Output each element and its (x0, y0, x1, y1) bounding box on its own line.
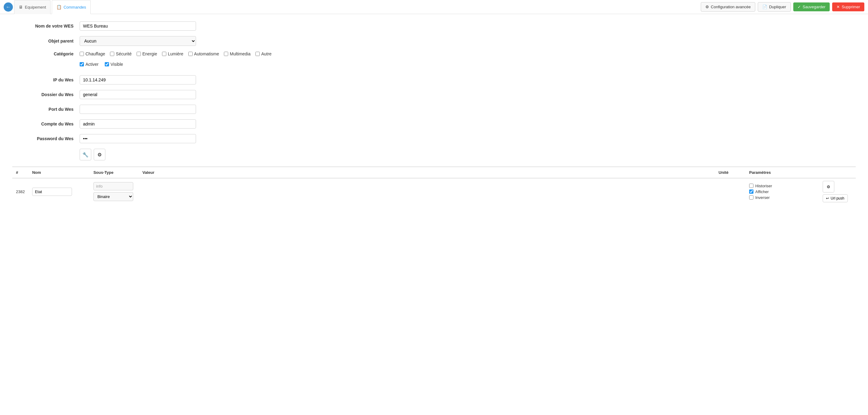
activer-label[interactable]: Activer (80, 62, 99, 67)
objet-parent-select[interactable]: Aucun (80, 36, 196, 46)
visible-label[interactable]: Visible (105, 62, 123, 67)
url-push-button[interactable]: ↩ Url push (823, 194, 848, 202)
param-afficher[interactable]: Afficher (749, 189, 815, 194)
soustype-select[interactable]: Binaire (93, 192, 133, 201)
th-nom: Nom (29, 167, 90, 178)
main-content: Nom de votre WES Objet parent Aucun Caté… (0, 14, 868, 212)
afficher-checkbox[interactable] (749, 189, 753, 194)
cat-autre-checkbox[interactable] (255, 52, 260, 56)
row-id: 2382 (12, 178, 29, 205)
nom-wes-input[interactable] (80, 22, 196, 31)
inverser-checkbox[interactable] (749, 195, 753, 200)
supprimer-button[interactable]: ✕ Supprimer (832, 2, 864, 11)
config-avancee-button[interactable]: ⚙ Configuration avancée (701, 2, 755, 12)
dossier-wes-input[interactable] (80, 90, 196, 99)
ip-wes-row: IP du Wes (12, 75, 856, 84)
back-button[interactable]: ← (4, 2, 13, 12)
sauvegarder-label: Sauvegarder (803, 5, 826, 9)
cat-automatisme[interactable]: Automatisme (188, 51, 219, 56)
dossier-wes-row: Dossier du Wes (12, 90, 856, 99)
wrench-button[interactable]: 🔧 (80, 149, 91, 160)
param-inverser[interactable]: Inverser (749, 195, 815, 200)
nom-wes-label: Nom de votre WES (12, 24, 80, 29)
url-push-icon: ↩ (826, 196, 829, 201)
th-soustype: Sous-Type (90, 167, 139, 178)
sauvegarder-button[interactable]: ✓ Sauvegarder (793, 2, 830, 11)
port-wes-label: Port du Wes (12, 107, 80, 112)
th-unite: Unité (715, 167, 745, 178)
row-valeur (139, 178, 715, 205)
cat-energie-label: Energie (143, 51, 157, 56)
ip-wes-label: IP du Wes (12, 77, 80, 82)
dossier-wes-label: Dossier du Wes (12, 92, 80, 97)
cat-autre[interactable]: Autre (255, 51, 271, 56)
nav-actions: ⚙ Configuration avancée 📄 Dupliquer ✓ Sa… (701, 2, 864, 12)
th-hash: # (12, 167, 29, 178)
cat-multimedia-label: Multimedia (230, 51, 251, 56)
objet-parent-row: Objet parent Aucun (12, 36, 856, 46)
row-nom-input[interactable] (32, 187, 72, 196)
tab-equipement[interactable]: 🖥 Equipement (14, 0, 51, 14)
param-historiser[interactable]: Historiser (749, 184, 815, 188)
categorie-label: Catégorie (12, 51, 80, 56)
cat-chauffage-checkbox[interactable] (80, 52, 84, 56)
dupliquer-button[interactable]: 📄 Dupliquer (758, 2, 791, 12)
password-wes-row: Password du Wes (12, 134, 856, 143)
row-params: Historiser Afficher Inverser (745, 178, 819, 205)
commandes-icon: 📋 (56, 5, 62, 9)
commands-table: # Nom Sous-Type Valeur Unité Paramètres … (12, 167, 856, 205)
supprimer-label: Supprimer (842, 5, 860, 9)
cat-chauffage-label: Chauffage (86, 51, 105, 56)
cat-automatisme-label: Automatisme (194, 51, 219, 56)
top-nav: ← 🖥 Equipement 📋 Commandes ⚙ Configurati… (0, 0, 868, 14)
cat-lumiere-label: Lumière (168, 51, 183, 56)
equipement-icon: 🖥 (19, 5, 23, 9)
th-valeur: Valeur (139, 167, 715, 178)
active-visible-row: Activer Visible (12, 62, 856, 67)
check-icon: ✓ (798, 5, 801, 9)
categorie-row: Catégorie Chauffage Sécurité Energie Lum… (12, 51, 856, 56)
cat-securite-checkbox[interactable] (110, 52, 114, 56)
cat-multimedia-checkbox[interactable] (224, 52, 228, 56)
cat-chauffage[interactable]: Chauffage (80, 51, 105, 56)
row-actions: ⚙ ↩ Url push (819, 178, 856, 205)
url-push-label: Url push (831, 196, 844, 201)
cat-automatisme-checkbox[interactable] (188, 52, 193, 56)
config-avancee-label: Configuration avancée (711, 5, 751, 9)
tab-commandes-label: Commandes (63, 5, 86, 9)
action-buttons-row: 🔧 ⚙ (12, 149, 856, 160)
gear-settings-button[interactable]: ⚙ (94, 149, 105, 160)
cat-energie-checkbox[interactable] (136, 52, 141, 56)
row-soustype: Binaire (90, 178, 139, 205)
category-options: Chauffage Sécurité Energie Lumière Autom… (80, 51, 271, 56)
cat-multimedia[interactable]: Multimedia (224, 51, 251, 56)
cat-energie[interactable]: Energie (136, 51, 157, 56)
password-wes-label: Password du Wes (12, 136, 80, 141)
compte-wes-input[interactable] (80, 119, 196, 129)
th-actions (819, 167, 856, 178)
x-icon: ✕ (836, 5, 840, 9)
compte-wes-label: Compte du Wes (12, 122, 80, 127)
cat-lumiere[interactable]: Lumière (162, 51, 183, 56)
visible-text: Visible (111, 62, 123, 67)
row-nom (29, 178, 90, 205)
table-row: 2382 Binaire Hist (12, 178, 856, 205)
dupliquer-label: Dupliquer (769, 5, 786, 9)
copy-icon: 📄 (762, 5, 767, 9)
soustype-info-input (93, 182, 133, 191)
tab-equipement-label: Equipement (25, 5, 46, 9)
cat-securite-label: Sécurité (116, 51, 131, 56)
tab-commandes[interactable]: 📋 Commandes (52, 0, 91, 14)
cat-lumiere-checkbox[interactable] (162, 52, 166, 56)
ip-wes-input[interactable] (80, 75, 196, 84)
row-gear-button[interactable]: ⚙ (823, 181, 834, 193)
activer-checkbox[interactable] (80, 62, 84, 66)
historiser-checkbox[interactable] (749, 184, 753, 188)
visible-checkbox[interactable] (105, 62, 109, 66)
password-wes-input[interactable] (80, 134, 196, 143)
gear-icon: ⚙ (705, 5, 709, 9)
port-wes-input[interactable] (80, 105, 196, 114)
activer-text: Activer (86, 62, 99, 67)
cat-securite[interactable]: Sécurité (110, 51, 131, 56)
actions-inner: ⚙ ↩ Url push (823, 181, 852, 202)
